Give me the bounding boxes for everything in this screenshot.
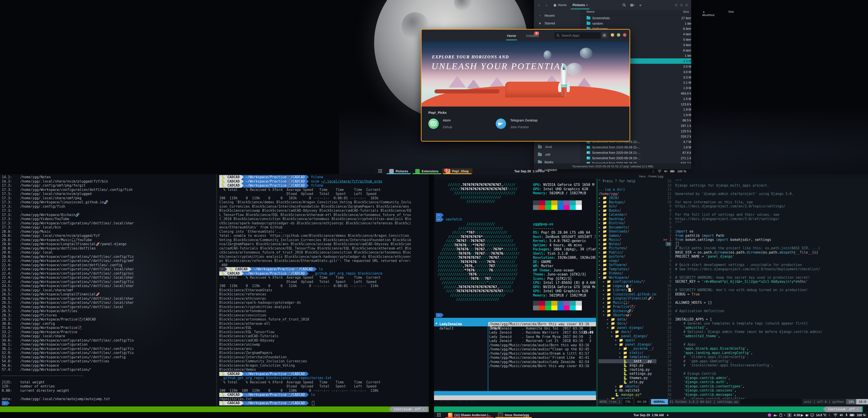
view-grid-button[interactable]: ▦ ▾ xyxy=(629,2,636,8)
app-card-telegram[interactable]: Telegram Desktop John Preston xyxy=(496,118,537,129)
pop-shop-window-buttons[interactable] xyxy=(611,33,626,37)
track-row[interactable]: /home/ygg/Music/zenaida/Born this way co… xyxy=(488,364,596,368)
tab-installed[interactable]: Installed 3 xyxy=(525,32,539,39)
display-icon[interactable] xyxy=(811,414,814,417)
tree-node[interactable]: ▸ 📁 templates/ xyxy=(598,355,656,359)
neofetch-pane[interactable]: //////.7676767676767676767,////// /////7… xyxy=(436,179,595,318)
tree-node[interactable]: 🐍 __init__.py xyxy=(598,359,656,363)
clipboard-icon[interactable] xyxy=(779,414,782,417)
track-row[interactable]: /home/ygg/Music/zenaida/Born this way co… xyxy=(488,322,596,326)
window-button-close[interactable] xyxy=(623,33,626,37)
eject-icon[interactable]: ⏏▾ xyxy=(773,413,777,417)
forward-button[interactable]: › xyxy=(544,2,550,8)
terminal-right-window[interactable]: tmux /home/ygg //////.767676767676767676… xyxy=(434,174,868,412)
taskbar-app-pictures[interactable]: Pictures xyxy=(385,168,412,174)
volume-icon[interactable] xyxy=(664,170,668,173)
window-button-minimize[interactable] xyxy=(611,33,614,37)
pop-shop-banner[interactable]: EXPLORE YOUR HORIZONS AND UNLEASH YOUR P… xyxy=(422,41,629,107)
autojump-output-pane[interactable]: 14.1: /home/ygg/Notes 14.3: /home/ygg/.l… xyxy=(2,175,215,406)
volume-icon[interactable] xyxy=(839,414,843,417)
microphone-icon[interactable] xyxy=(845,414,848,417)
track-row[interactable]: Lady Zenaid . Save Me From Myse 2017 04:… xyxy=(488,335,596,339)
track-row[interactable]: /home/ygg/Music/zenaida/audio/“Clean up … xyxy=(488,347,596,352)
tree-node[interactable]: ▸ 📁 bin/ xyxy=(598,204,656,209)
track-row[interactable]: Lady Zenaid . Humanite Uni Toi 2017 03:3… xyxy=(488,326,596,331)
tree-node[interactable]: ▸ 📁 Templates/ xyxy=(598,267,656,271)
tree-node[interactable]: ▸ 📁 Library📜/ xyxy=(598,288,656,292)
tree-node[interactable]: ▸ 📁 configuration🖍/ xyxy=(598,279,656,284)
back-button[interactable]: ‹ xyxy=(536,2,542,8)
tree-node[interactable]: ▸ 📁 Software/ xyxy=(598,263,656,267)
tree-node[interactable]: 🐍 manage.py* xyxy=(598,393,656,397)
nerdtree-panel[interactable]: " Press ? for help.. (up a dir)/home/ygg… xyxy=(598,179,656,399)
breadcrumb-home[interactable]: Home xyxy=(551,2,569,8)
tree-node[interactable]: ▾ 📁 panel_django/ xyxy=(598,334,656,338)
tree-node[interactable]: ▸ 📁 Documents/ xyxy=(598,225,656,230)
track-row[interactable]: Lady Zenaid . Mastered- Let It 2018 03:1… xyxy=(488,339,596,343)
taskbar-app-firefox[interactable]: (11) Shawn Anderson |... xyxy=(444,412,494,418)
tree-node[interactable]: 🐍 urls.py xyxy=(598,380,656,384)
tree-node[interactable] xyxy=(598,183,656,188)
tree-node[interactable]: ▸ 📁 pystore/ xyxy=(598,255,656,259)
tree-node[interactable]: ▾ 📁 Workspace/ xyxy=(598,275,656,280)
tree-node[interactable]: ▸ 📁 data/ xyxy=(598,317,656,322)
tree-node[interactable]: ▸ 📁 ubuntu/ xyxy=(598,384,656,389)
table-row[interactable]: Screenshot from 2020-09-28 21-...87.6 kB… xyxy=(580,150,691,155)
fish-shell-pane[interactable]: 🐍 CADCAD~/Workspace/Practice🏹/CADCAD fcl… xyxy=(219,175,427,406)
tree-node[interactable]: ▸ 📁 Legacy🍵/ xyxy=(598,284,656,288)
tree-node[interactable]: /home/ygg/ xyxy=(598,192,656,196)
tree-node[interactable]: .. (up a dir) xyxy=(598,187,656,192)
tree-node[interactable]: 🐍 settings.py xyxy=(598,371,656,376)
breadcrumb-pictures[interactable]: Pictures ▾ xyxy=(570,2,590,8)
tree-node[interactable]: ▸ 📁 Qichain🔗/ xyxy=(598,309,656,313)
tree-node[interactable]: ▸ 📁 Calendar/ xyxy=(598,213,656,217)
terminal-left-window[interactable]: 14.1: /home/ygg/Notes 14.3: /home/ygg/.l… xyxy=(0,174,429,412)
tree-node[interactable]: ▸ 📁 docs/ xyxy=(598,330,656,334)
tree-node[interactable]: ▸ 📁 LongtailFinancial🚀/ xyxy=(598,296,656,301)
tmux-pane-divider[interactable] xyxy=(217,174,217,407)
battery-icon[interactable] xyxy=(850,414,855,416)
taskbar-app-popshop[interactable]: Pop!_Shop3 xyxy=(442,168,472,174)
tree-node[interactable]: 🐍 themes.py xyxy=(598,376,656,380)
track-row[interactable]: Lady Zenaid . Rainbow Warriors 2017 03:5… xyxy=(488,330,596,335)
bottom-clock[interactable]: Tue Sep 29 1:56 AM xyxy=(633,413,669,417)
track-row[interactable]: /home/ygg/Music/zenaida/audio/Born this … xyxy=(488,343,596,348)
taskbar-app-extensions[interactable]: Extensions xyxy=(412,168,442,174)
tree-node[interactable]: ▸ 📁 apps/ xyxy=(598,338,656,342)
tree-node[interactable]: " Press ? for help xyxy=(598,179,656,183)
night-light-icon[interactable]: ☾ xyxy=(829,413,832,417)
table-row[interactable]: Screenshot from 2020-09-28 21-...1.8 MBY… xyxy=(580,145,691,150)
playlist-item[interactable]: * LadyZenaida xyxy=(434,322,488,326)
tree-node[interactable]: ▸ 📁 docs/ xyxy=(598,321,656,326)
table-row[interactable]: random1 itemThu☆ xyxy=(580,21,691,26)
tree-node[interactable]: ▾ 📁 Ubuntu🦋/ xyxy=(598,313,656,317)
wifi-icon[interactable] xyxy=(833,414,837,417)
tree-node[interactable]: ≣ db.sqlite3 xyxy=(598,388,656,393)
settings-gear-button[interactable] xyxy=(601,32,608,39)
playlist-item[interactable]: default xyxy=(434,326,488,331)
table-row[interactable]: Screenshot from 2020-09-28 20...530.7 kB… xyxy=(580,161,691,163)
sidebar-item-ssh[interactable]: .ssh xyxy=(534,151,580,158)
tree-node[interactable]: ▾ 📁 panel_django/ xyxy=(598,342,656,347)
tree-node[interactable]: ▸ 📁 Books/ xyxy=(598,209,656,213)
tree-node[interactable]: ▸ 📁 linuxiscool.github.io> xyxy=(598,292,656,297)
tree-node[interactable]: ▸ 📁 Backups/ xyxy=(598,200,656,205)
track-row[interactable]: /home/ygg/Music/zenaida/audio/'Friend Li… xyxy=(488,356,596,360)
caret-down-icon[interactable]: ▾ xyxy=(784,414,785,416)
battery-icon[interactable] xyxy=(670,170,675,173)
tree-node[interactable]: 🐍 routing.py xyxy=(598,367,656,372)
fm-column-headers[interactable]: Name Size ▲ Modified Star xyxy=(580,10,691,16)
weather-temperature[interactable]: 14.5 °C xyxy=(816,413,827,417)
track-row[interactable]: /home/ygg/Music/zenaida/audio/Lady Zenai… xyxy=(488,360,596,364)
coffee-icon[interactable] xyxy=(805,414,809,417)
timer[interactable]: 4:38 ▶ xyxy=(794,413,803,417)
table-row[interactable]: Screenshot from 2020-09-28 20-...271.1 k… xyxy=(580,155,691,161)
window-button-maximize[interactable] xyxy=(617,33,620,37)
tree-node[interactable]: ▸ 📁 Desktop/ xyxy=(598,217,656,221)
menu-button[interactable]: ≡ xyxy=(637,2,644,8)
tree-node[interactable]: ▸ 📁 Music/ xyxy=(598,238,656,242)
code-buffer[interactable]: """ Django settings for django_multi_app… xyxy=(673,179,868,399)
tree-node[interactable]: ▸ 📁 static/ xyxy=(598,351,656,355)
tab-home[interactable]: Home xyxy=(506,32,517,39)
cmus-player-pane[interactable]: Playlist Track 35:49 * LadyZenaida defau… xyxy=(434,318,596,407)
